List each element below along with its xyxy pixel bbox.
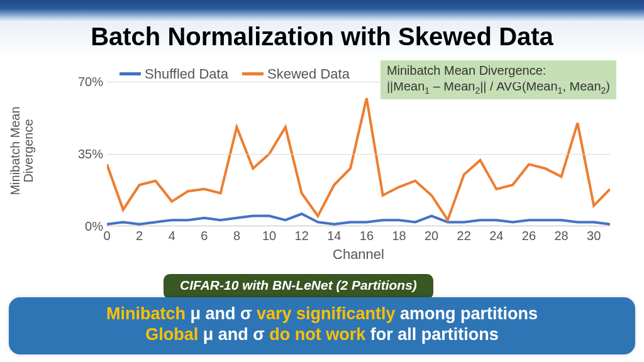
header-gradient — [0, 0, 644, 21]
y-axis-label: Minibatch MeanDivergence — [9, 88, 34, 214]
x-tick: 28 — [554, 229, 568, 243]
legend-label-shuffled: Shuffled Data — [145, 66, 228, 82]
x-tick: 18 — [392, 229, 406, 243]
x-tick: 2 — [136, 229, 143, 243]
gridline — [107, 82, 610, 82]
banner-l1-a: Minibatch — [106, 304, 186, 323]
banner-l1-d: among partitions — [396, 304, 538, 323]
x-tick: 26 — [522, 229, 536, 243]
legend-item-skewed: Skewed Data — [242, 66, 350, 82]
x-tick: 12 — [295, 229, 309, 243]
x-tick: 22 — [457, 229, 471, 243]
x-ticks: 024681012141618202224262830 — [107, 229, 610, 244]
x-tick: 4 — [169, 229, 175, 243]
y-tick: 70% — [69, 75, 103, 89]
x-tick: 10 — [262, 229, 276, 243]
x-tick: 30 — [587, 229, 601, 243]
x-tick: 24 — [489, 229, 503, 243]
x-tick: 6 — [201, 229, 208, 243]
gridline — [107, 154, 610, 155]
series-shuffled — [107, 214, 610, 224]
legend-swatch-orange — [242, 72, 264, 75]
x-tick: 16 — [360, 229, 374, 243]
x-tick: 0 — [103, 229, 110, 243]
banner-l2-d: for all partitions — [365, 325, 499, 344]
conclusion-banner: Minibatch μ and σ vary significantly amo… — [9, 297, 635, 355]
banner-l1-b: μ and σ — [186, 304, 257, 323]
page-title: Batch Normalization with Skewed Data — [0, 23, 644, 51]
chart-caption: CIFAR-10 with BN-LeNet (2 Partitions) — [164, 274, 433, 299]
banner-l2-a: Global — [145, 325, 198, 344]
x-axis-label: Channel — [107, 246, 610, 263]
series-skewed — [107, 98, 610, 220]
x-tick: 14 — [327, 229, 341, 243]
legend: Shuffled Data Skewed Data — [119, 63, 360, 82]
legend-label-skewed: Skewed Data — [267, 66, 350, 82]
x-tick: 8 — [233, 229, 240, 243]
legend-swatch-blue — [119, 72, 141, 75]
legend-item-shuffled: Shuffled Data — [119, 66, 228, 82]
formula-line1: Minibatch Mean Divergence: — [387, 63, 610, 79]
banner-l2-b: μ and σ — [198, 325, 269, 344]
plot-area: 0%35%70% — [107, 82, 610, 226]
banner-line2: Global μ and σ do not work for all parti… — [21, 324, 623, 346]
y-tick: 0% — [69, 219, 103, 234]
x-tick: 20 — [425, 229, 438, 243]
banner-line1: Minibatch μ and σ vary significantly amo… — [21, 304, 623, 325]
chart-container: Shuffled Data Skewed Data Minibatch Mean… — [38, 63, 616, 277]
banner-l2-c: do not work — [269, 325, 365, 344]
banner-l1-c: vary significantly — [257, 304, 396, 323]
y-tick: 35% — [69, 147, 103, 162]
